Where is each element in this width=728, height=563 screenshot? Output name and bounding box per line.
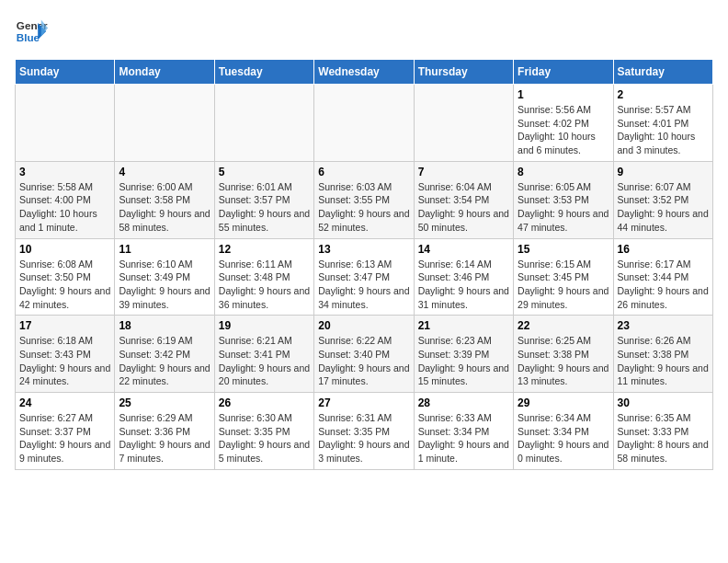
day-cell	[16, 85, 115, 162]
day-cell: 9Sunrise: 6:07 AMSunset: 3:52 PMDaylight…	[613, 161, 712, 238]
day-number: 10	[19, 243, 110, 256]
day-cell: 24Sunrise: 6:27 AMSunset: 3:37 PMDayligh…	[16, 393, 115, 470]
day-info: Sunrise: 6:26 AMSunset: 3:38 PMDaylight:…	[618, 334, 709, 388]
day-info: Sunrise: 6:11 AMSunset: 3:48 PMDaylight:…	[219, 258, 310, 312]
day-info: Sunrise: 6:07 AMSunset: 3:52 PMDaylight:…	[618, 180, 709, 235]
day-number: 5	[219, 166, 310, 178]
day-info: Sunrise: 6:01 AMSunset: 3:57 PMDaylight:…	[219, 180, 310, 235]
day-cell: 28Sunrise: 6:33 AMSunset: 3:34 PMDayligh…	[414, 393, 513, 470]
day-cell: 7Sunrise: 6:04 AMSunset: 3:54 PMDaylight…	[414, 161, 513, 238]
day-info: Sunrise: 6:03 AMSunset: 3:55 PMDaylight:…	[318, 180, 409, 235]
day-cell	[414, 85, 513, 162]
day-cell: 26Sunrise: 6:30 AMSunset: 3:35 PMDayligh…	[214, 393, 313, 470]
day-info: Sunrise: 6:30 AMSunset: 3:35 PMDaylight:…	[219, 411, 310, 465]
day-cell: 10Sunrise: 6:08 AMSunset: 3:50 PMDayligh…	[16, 238, 115, 316]
day-number: 12	[219, 243, 310, 256]
header-monday: Monday	[115, 60, 214, 85]
header-saturday: Saturday	[613, 60, 712, 85]
day-cell: 5Sunrise: 6:01 AMSunset: 3:57 PMDaylight…	[214, 161, 313, 238]
day-number: 22	[518, 319, 609, 332]
day-cell: 22Sunrise: 6:25 AMSunset: 3:38 PMDayligh…	[514, 316, 613, 393]
day-number: 19	[219, 319, 310, 332]
day-cell: 8Sunrise: 6:05 AMSunset: 3:53 PMDaylight…	[514, 161, 613, 238]
day-cell: 14Sunrise: 6:14 AMSunset: 3:46 PMDayligh…	[414, 238, 513, 316]
day-number: 13	[318, 243, 409, 256]
day-cell: 18Sunrise: 6:19 AMSunset: 3:42 PMDayligh…	[115, 316, 214, 393]
day-cell: 11Sunrise: 6:10 AMSunset: 3:49 PMDayligh…	[115, 238, 214, 316]
day-cell: 23Sunrise: 6:26 AMSunset: 3:38 PMDayligh…	[613, 316, 712, 393]
day-cell: 3Sunrise: 5:58 AMSunset: 4:00 PMDaylight…	[16, 161, 115, 238]
calendar-header-row: SundayMondayTuesdayWednesdayThursdayFrid…	[16, 60, 713, 85]
week-row-1: 1Sunrise: 5:56 AMSunset: 4:02 PMDaylight…	[16, 85, 713, 162]
day-info: Sunrise: 6:18 AMSunset: 3:43 PMDaylight:…	[19, 334, 110, 388]
day-info: Sunrise: 6:27 AMSunset: 3:37 PMDaylight:…	[19, 411, 110, 465]
day-info: Sunrise: 6:29 AMSunset: 3:36 PMDaylight:…	[119, 411, 210, 465]
day-info: Sunrise: 6:14 AMSunset: 3:46 PMDaylight:…	[418, 258, 509, 312]
day-info: Sunrise: 6:19 AMSunset: 3:42 PMDaylight:…	[119, 334, 210, 388]
day-cell	[314, 85, 414, 162]
day-cell: 25Sunrise: 6:29 AMSunset: 3:36 PMDayligh…	[115, 393, 214, 470]
day-number: 28	[418, 396, 509, 409]
day-info: Sunrise: 6:35 AMSunset: 3:33 PMDaylight:…	[618, 411, 709, 465]
day-cell: 15Sunrise: 6:15 AMSunset: 3:45 PMDayligh…	[514, 238, 613, 316]
day-info: Sunrise: 6:10 AMSunset: 3:49 PMDaylight:…	[119, 258, 210, 312]
day-number: 3	[19, 166, 110, 178]
svg-text:Blue: Blue	[17, 31, 40, 43]
day-number: 25	[119, 396, 210, 409]
day-number: 23	[618, 319, 709, 332]
day-info: Sunrise: 6:04 AMSunset: 3:54 PMDaylight:…	[418, 180, 509, 235]
day-cell: 30Sunrise: 6:35 AMSunset: 3:33 PMDayligh…	[613, 393, 712, 470]
day-number: 8	[518, 166, 609, 178]
day-cell: 16Sunrise: 6:17 AMSunset: 3:44 PMDayligh…	[613, 238, 712, 316]
day-number: 27	[318, 396, 409, 409]
day-number: 17	[19, 319, 110, 332]
day-cell: 27Sunrise: 6:31 AMSunset: 3:35 PMDayligh…	[314, 393, 414, 470]
day-cell: 29Sunrise: 6:34 AMSunset: 3:34 PMDayligh…	[514, 393, 613, 470]
day-cell: 1Sunrise: 5:56 AMSunset: 4:02 PMDaylight…	[514, 85, 613, 162]
day-number: 6	[318, 166, 409, 178]
day-info: Sunrise: 6:31 AMSunset: 3:35 PMDaylight:…	[318, 411, 409, 465]
day-info: Sunrise: 6:17 AMSunset: 3:44 PMDaylight:…	[618, 258, 709, 312]
day-info: Sunrise: 6:08 AMSunset: 3:50 PMDaylight:…	[19, 258, 110, 312]
day-number: 21	[418, 319, 509, 332]
header-tuesday: Tuesday	[214, 60, 313, 85]
day-info: Sunrise: 6:15 AMSunset: 3:45 PMDaylight:…	[518, 258, 609, 312]
day-info: Sunrise: 6:25 AMSunset: 3:38 PMDaylight:…	[518, 334, 609, 388]
day-info: Sunrise: 6:21 AMSunset: 3:41 PMDaylight:…	[219, 334, 310, 388]
day-number: 30	[618, 396, 709, 409]
week-row-4: 17Sunrise: 6:18 AMSunset: 3:43 PMDayligh…	[16, 316, 713, 393]
day-cell: 20Sunrise: 6:22 AMSunset: 3:40 PMDayligh…	[314, 316, 414, 393]
day-cell: 6Sunrise: 6:03 AMSunset: 3:55 PMDaylight…	[314, 161, 414, 238]
day-info: Sunrise: 6:33 AMSunset: 3:34 PMDaylight:…	[418, 411, 509, 465]
day-number: 29	[518, 396, 609, 409]
day-info: Sunrise: 5:58 AMSunset: 4:00 PMDaylight:…	[19, 180, 110, 235]
day-info: Sunrise: 5:56 AMSunset: 4:02 PMDaylight:…	[518, 103, 609, 157]
day-cell: 12Sunrise: 6:11 AMSunset: 3:48 PMDayligh…	[214, 238, 313, 316]
day-number: 9	[618, 166, 709, 178]
week-row-2: 3Sunrise: 5:58 AMSunset: 4:00 PMDaylight…	[16, 161, 713, 238]
day-number: 16	[618, 243, 709, 256]
calendar-table: SundayMondayTuesdayWednesdayThursdayFrid…	[15, 59, 713, 470]
day-number: 14	[418, 243, 509, 256]
week-row-3: 10Sunrise: 6:08 AMSunset: 3:50 PMDayligh…	[16, 238, 713, 316]
day-number: 15	[518, 243, 609, 256]
day-cell	[214, 85, 313, 162]
day-cell: 17Sunrise: 6:18 AMSunset: 3:43 PMDayligh…	[16, 316, 115, 393]
header-thursday: Thursday	[414, 60, 513, 85]
day-number: 11	[119, 243, 210, 256]
day-info: Sunrise: 6:13 AMSunset: 3:47 PMDaylight:…	[318, 258, 409, 312]
day-number: 26	[219, 396, 310, 409]
day-number: 18	[119, 319, 210, 332]
header-sunday: Sunday	[16, 60, 115, 85]
day-info: Sunrise: 6:23 AMSunset: 3:39 PMDaylight:…	[418, 334, 509, 388]
day-info: Sunrise: 6:34 AMSunset: 3:34 PMDaylight:…	[518, 411, 609, 465]
header-wednesday: Wednesday	[314, 60, 414, 85]
day-cell	[115, 85, 214, 162]
page-header: General Blue	[15, 15, 713, 48]
day-cell: 4Sunrise: 6:00 AMSunset: 3:58 PMDaylight…	[115, 161, 214, 238]
day-cell: 2Sunrise: 5:57 AMSunset: 4:01 PMDaylight…	[613, 85, 712, 162]
day-number: 2	[618, 88, 709, 101]
day-info: Sunrise: 6:05 AMSunset: 3:53 PMDaylight:…	[518, 180, 609, 235]
day-info: Sunrise: 5:57 AMSunset: 4:01 PMDaylight:…	[618, 103, 709, 157]
day-info: Sunrise: 6:22 AMSunset: 3:40 PMDaylight:…	[318, 334, 409, 388]
